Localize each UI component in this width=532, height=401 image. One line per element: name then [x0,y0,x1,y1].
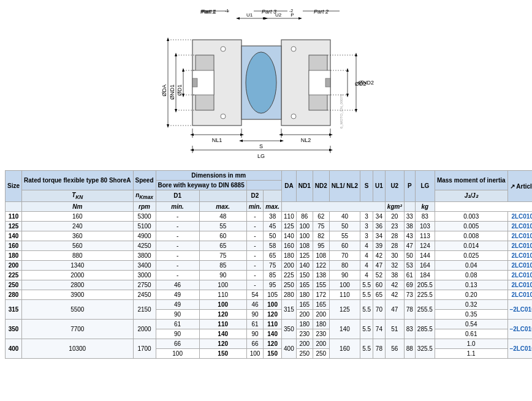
cell-size: 110 [6,211,22,221]
cell-u2: 20 [385,211,404,221]
cell-u2: 30 [385,250,404,260]
cell-lg: 113 [415,231,435,241]
cell-article: 2LC0100-5AB [507,221,532,231]
cell-d2-max: 110 [264,319,282,329]
table-row: 125 240 5100 - 55 - 45 125 100 75 50 3 3… [6,221,533,231]
cell-nl: 70 [329,250,360,260]
svg-text:ØDA: ØDA [161,84,167,97]
cell-nd2: 200 [313,309,329,319]
cell-article: 2LC0101-1AB [507,270,532,280]
cell-tkn: 1340 [22,260,134,270]
table-row: 250 2800 2750 46 100 - 95 250 165 155 10… [6,280,533,290]
cell-article: –2LC0101-4AB [507,299,532,319]
col-header-lg: LG [415,171,435,202]
cell-d1-min: - [156,241,199,250]
cell-s: 5.5 [360,319,373,339]
cell-jj: 1.1 [435,348,507,358]
cell-nd1: 140 [296,260,313,270]
svg-marker-75 [280,140,284,142]
cell-nkmax: 3000 [133,270,156,280]
cell-lg: 164 [415,260,435,270]
col-header-unit-blank2 [282,201,386,211]
cell-d2-min: - [246,250,264,260]
cell-nd2: 250 [313,348,329,358]
svg-text:LG: LG [257,153,265,159]
cell-d1-max: 100 [199,280,246,290]
cell-d1-min: 90 [156,329,199,339]
cell-d2-min: 54 [246,290,264,299]
cell-nd2: 122 [313,260,329,270]
cell-d1-max: 75 [199,250,246,260]
cell-u2: 23 [385,221,404,231]
cell-nl: 125 [329,299,360,319]
table-row: 140 360 4900 - 60 - 50 140 100 82 55 3 3… [6,231,533,241]
svg-marker-41 [175,109,177,113]
cell-jj: 0.35 [435,309,507,319]
cell-nl: 160 [329,339,360,358]
cell-s: 4 [360,260,373,270]
cell-nkmax: 2000 [133,319,156,339]
cell-nl: 40 [329,211,360,221]
col-header-u1: U1 [373,171,386,202]
cell-nd2: 155 [313,280,329,290]
table-row: 350 7700 2000 61 110 61 110 350 180 180 … [6,319,533,329]
cell-p: 50 [404,250,415,260]
cell-lg: 83 [415,211,435,221]
cell-nl: 80 [329,260,360,270]
cell-d2-min: - [246,260,264,270]
cell-u1: 60 [373,280,386,290]
table-row: 200 1340 3400 - 85 - 75 200 140 122 80 4… [6,260,533,270]
cell-da: 200 [282,260,297,270]
cell-d1-max: 65 [199,241,246,250]
col-header-d1b [199,190,246,202]
cell-nd1: 100 [296,221,313,231]
cell-d1-max: 150 [199,348,246,358]
cell-nd1: 180 [296,319,313,329]
cell-size: 250 [6,280,22,290]
cell-nd2: 200 [313,339,329,348]
col-header-p: P [404,171,415,202]
cell-d1-min: - [156,211,199,221]
svg-point-27 [221,47,226,51]
table-row: 160 560 4250 - 65 - 58 160 108 95 60 4 3… [6,241,533,250]
cell-nkmax: 5300 [133,211,156,221]
svg-text:Part 1: Part 1 [202,9,216,15]
col-header-unit-blank [6,201,22,211]
svg-marker-79 [329,149,333,151]
cell-tkn: 880 [22,250,134,260]
cell-d2-max: 95 [264,280,282,290]
cell-s: 5.5 [360,339,373,358]
svg-text:-1: -1 [225,9,229,13]
cell-u2: 42 [385,290,404,299]
cell-u1: 74 [373,319,386,339]
col-header-unit-min2: min. [246,201,264,211]
cell-u1: 34 [373,231,386,241]
cell-size: 280 [6,290,22,299]
svg-marker-46 [182,68,184,72]
cell-jj: 0.014 [435,241,507,250]
cell-nkmax: 2450 [133,290,156,299]
cell-jj: 0.54 [435,319,507,329]
svg-marker-40 [175,53,177,56]
cell-d2-min: 100 [246,348,264,358]
cell-s: 3 [360,221,373,231]
cell-d2-max: 45 [264,221,282,231]
cell-p: 73 [404,290,415,299]
cell-size: 225 [6,270,22,280]
cell-s: 5.5 [360,280,373,290]
cell-jj: 0.008 [435,231,507,241]
cell-size: 315 [6,299,22,319]
cell-d2-min: 61 [246,319,264,329]
cell-da: 280 [282,290,297,299]
cell-u1: 78 [373,339,386,358]
svg-text:ØND1: ØND1 [169,84,175,100]
cell-s: 4 [360,241,373,250]
cell-d2-max: 100 [264,299,282,309]
cell-lg: 144 [415,250,435,260]
cell-tkn: 2800 [22,280,134,290]
cell-nd1: 165 [296,280,313,290]
col-header-unit-min1: min. [156,201,199,211]
cell-nd2: 172 [313,290,329,299]
col-header-unit-blank3 [404,201,415,211]
svg-marker-34 [167,37,169,41]
